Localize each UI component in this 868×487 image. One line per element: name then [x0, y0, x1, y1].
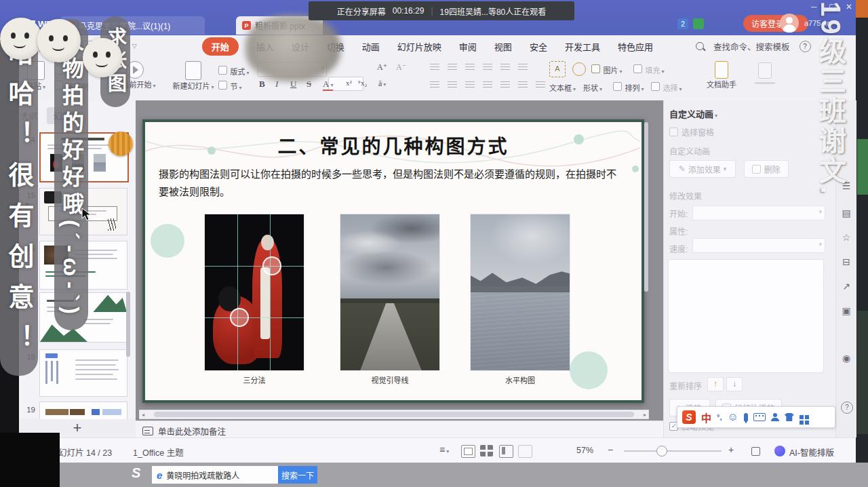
ime-emoji-icon[interactable]: ☺ — [727, 411, 738, 423]
select-pane-button[interactable]: 选择窗格 — [669, 126, 714, 138]
bullet-list-icon[interactable] — [430, 64, 439, 72]
increase-indent-icon[interactable] — [483, 64, 492, 72]
normal-view-button-selected[interactable] — [461, 445, 475, 458]
tab-special-features[interactable]: 特色应用 — [618, 40, 653, 53]
zoom-in-icon[interactable]: + — [728, 444, 734, 455]
arrange-button[interactable]: 排列 — [613, 81, 644, 94]
ime-mode-chinese[interactable]: 中 — [701, 410, 711, 425]
shapes-button[interactable]: 形状 — [583, 81, 602, 94]
ime-person-icon[interactable] — [771, 413, 779, 421]
image-pane-icon[interactable]: ▣ — [841, 305, 852, 316]
doc-assistant-button[interactable]: 文档助手 — [700, 61, 743, 90]
align-right-icon[interactable] — [465, 81, 475, 90]
slideshow-view-button[interactable] — [518, 445, 532, 458]
new-slide-button[interactable]: 新建幻灯片 — [171, 61, 216, 91]
photo-horizontal-composition[interactable] — [471, 214, 570, 370]
user-avatar[interactable] — [780, 14, 799, 33]
tab-slideshow[interactable]: 幻灯片放映 — [397, 40, 441, 53]
ime-keyboard-icon[interactable] — [753, 413, 766, 421]
property-dropdown[interactable] — [692, 238, 825, 253]
delete-effect-button[interactable]: 删除 — [744, 160, 789, 178]
superscript-button[interactable]: x² — [346, 79, 352, 87]
section-button[interactable]: 节 — [218, 80, 241, 92]
favorites-icon[interactable]: ☆ — [841, 232, 852, 243]
command-search[interactable]: 查找命令、搜索模板 — [713, 40, 790, 53]
taskbar-search-box[interactable]: e 黄晓明拍戏疏散路人 — [152, 466, 283, 484]
docer-icon[interactable] — [693, 18, 704, 29]
font-color-button[interactable]: A — [323, 79, 333, 91]
fill-button-disabled[interactable]: 填充 — [633, 64, 664, 76]
doc-pane-icon[interactable]: ▤ — [841, 208, 852, 218]
animation-list[interactable] — [668, 259, 824, 373]
tab-security[interactable]: 安全 — [530, 40, 547, 53]
subscript-button[interactable]: x₂ — [361, 79, 367, 87]
tab-developer[interactable]: 开发工具 — [565, 40, 600, 53]
thumbnails-scrollbar[interactable] — [126, 292, 130, 357]
photo-rule-of-thirds[interactable] — [205, 214, 304, 370]
horizontal-scroll-thumb[interactable] — [154, 412, 634, 417]
layout-button[interactable]: 版式 — [218, 65, 249, 77]
add-effect-button[interactable]: ✎ 添加效果 ▾ — [669, 160, 736, 178]
move-up-button[interactable]: ↑ — [707, 377, 724, 391]
share-icon[interactable]: ↗ — [841, 281, 852, 292]
slide-thumbnail-19-partial[interactable] — [39, 402, 127, 420]
tab-animation[interactable]: 动画 — [362, 40, 380, 53]
tab-review[interactable]: 审阅 — [459, 40, 477, 53]
sogou-logo[interactable]: S — [682, 410, 696, 424]
textbox-button[interactable]: 文本框 — [549, 81, 576, 94]
slide-sorter-view-button[interactable] — [480, 445, 493, 456]
message-count-badge[interactable]: 2 — [677, 18, 688, 29]
textbox-tool-icon[interactable]: A — [549, 61, 566, 77]
decrease-indent-icon[interactable] — [465, 64, 475, 72]
ime-toolbox-icon[interactable] — [800, 415, 804, 419]
strip-help-icon[interactable]: ? — [841, 402, 853, 414]
align-left-icon[interactable] — [430, 81, 439, 90]
archive-icon[interactable]: ⊟ — [841, 256, 852, 267]
slide-area-vertical-scrollbar[interactable] — [644, 122, 648, 292]
zoom-out-icon[interactable]: − — [608, 444, 613, 455]
shape-tool-icon[interactable] — [572, 62, 586, 76]
justify-icon[interactable] — [483, 81, 492, 90]
paragraph-more-icon[interactable] — [536, 81, 545, 90]
slide-canvas[interactable]: 二、常见的几种构图方式 摄影的构图法则可以让你在拍摄的时候多一些思考，但是构图法… — [142, 119, 644, 403]
bold-button[interactable]: B — [259, 79, 265, 90]
ime-mic-icon[interactable] — [744, 413, 748, 422]
ime-skin-icon[interactable] — [785, 413, 794, 421]
slide-area-horizontal-scrollbar[interactable]: ◂ ▸ — [139, 410, 649, 419]
photo-leading-lines[interactable] — [340, 214, 439, 370]
ai-layout-label[interactable]: AI-智能排版 — [789, 446, 834, 459]
text-direction-icon[interactable] — [518, 64, 528, 72]
scroll-right-icon[interactable]: ▸ — [644, 412, 646, 418]
select-button-disabled[interactable]: 选择 — [651, 81, 682, 94]
tab-view[interactable]: 视图 — [494, 40, 512, 53]
zoom-slider-track[interactable] — [624, 450, 722, 452]
notes-toggle-icon[interactable]: ≡ — [439, 444, 449, 455]
align-center-icon[interactable] — [448, 81, 457, 90]
zoom-level[interactable]: 57% — [576, 446, 593, 455]
ime-punctuation-icon[interactable]: °, — [717, 413, 722, 421]
distribute-icon[interactable] — [500, 81, 510, 90]
screen-share-banner[interactable]: 正在分享屏幕 00:16:29 | 19四班吴婧...等80人正在观看 — [309, 1, 574, 20]
slide-thumbnail-18[interactable] — [39, 349, 127, 397]
panel-title[interactable]: 自定义动画 — [669, 107, 717, 120]
reading-view-button[interactable] — [499, 445, 513, 458]
decrease-font-button[interactable]: A⁻ — [396, 62, 406, 73]
expand-toolbar-icon[interactable]: ▽ — [132, 43, 137, 50]
taskbar-search-button[interactable]: 搜索一下 — [278, 466, 317, 484]
line-spacing-icon[interactable] — [500, 64, 510, 72]
picture-button[interactable]: 图片 — [591, 64, 622, 76]
taskbar-sogou-icon[interactable]: S — [132, 465, 140, 481]
help-icon[interactable]: ? — [800, 41, 811, 52]
resource-icon[interactable]: ◉ — [841, 353, 852, 364]
numbered-list-icon[interactable] — [448, 64, 457, 72]
pinyin-guide-button[interactable]: ā — [378, 79, 386, 89]
increase-font-button[interactable]: A⁺ — [377, 62, 387, 73]
columns-icon[interactable] — [518, 81, 528, 90]
fit-to-window-icon[interactable] — [751, 447, 760, 456]
tab-home[interactable]: 开始 — [202, 37, 239, 56]
theme-name[interactable]: 1_Office 主题 — [133, 446, 184, 459]
slide-body-text[interactable]: 摄影的构图法则可以让你在拍摄的时候多一些思考，但是构图法则不是必须要遵循的规则，… — [159, 165, 620, 201]
move-down-button[interactable]: ↓ — [726, 377, 743, 391]
scroll-left-icon[interactable]: ◂ — [142, 412, 144, 418]
start-dropdown[interactable] — [692, 206, 825, 220]
